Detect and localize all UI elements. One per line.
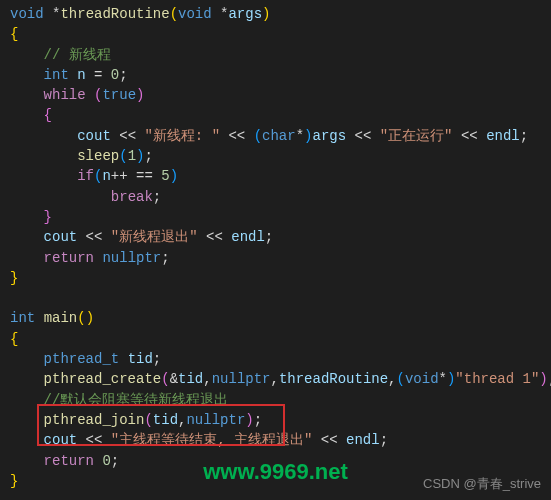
code-line: {	[10, 105, 541, 125]
code-line: cout << "主线程等待结束, 主线程退出" << endl;	[10, 430, 541, 450]
code-line: return nullptr;	[10, 248, 541, 268]
code-line: while (true)	[10, 85, 541, 105]
code-line: {	[10, 24, 541, 44]
code-line: }	[10, 471, 541, 491]
code-editor[interactable]: void *threadRoutine(void *args) { // 新线程…	[10, 4, 541, 491]
code-line: int main()	[10, 308, 541, 328]
code-line	[10, 288, 541, 308]
code-line: //默认会阻塞等待新线程退出	[10, 390, 541, 410]
code-line: }	[10, 207, 541, 227]
code-line: cout << "新线程: " << (char*)args << "正在运行"…	[10, 126, 541, 146]
code-line: {	[10, 329, 541, 349]
code-line: }	[10, 268, 541, 288]
code-line: break;	[10, 187, 541, 207]
code-line: cout << "新线程退出" << endl;	[10, 227, 541, 247]
code-line: // 新线程	[10, 45, 541, 65]
code-line: int n = 0;	[10, 65, 541, 85]
code-line: pthread_join(tid,nullptr);	[10, 410, 541, 430]
code-line: sleep(1);	[10, 146, 541, 166]
code-line: return 0;	[10, 451, 541, 471]
code-line: void *threadRoutine(void *args)	[10, 4, 541, 24]
code-line: pthread_create(&tid,nullptr,threadRoutin…	[10, 369, 541, 389]
code-line: if(n++ == 5)	[10, 166, 541, 186]
code-line: pthread_t tid;	[10, 349, 541, 369]
